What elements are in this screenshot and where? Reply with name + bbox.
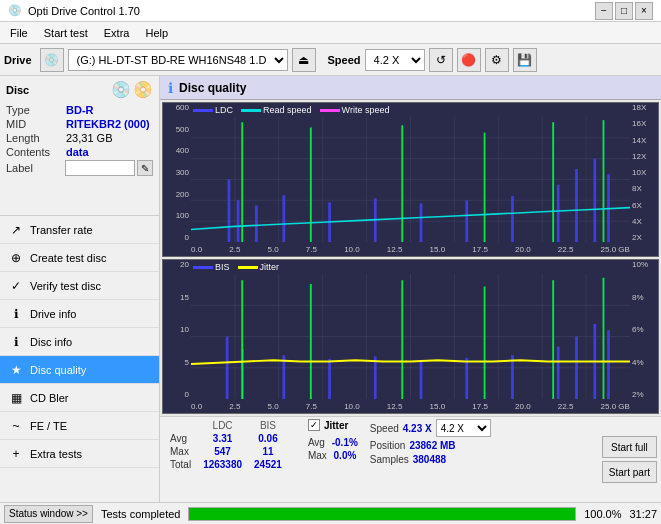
- sidebar-item-verify-test-disc[interactable]: ✓ Verify test disc: [0, 272, 159, 300]
- label-edit-button[interactable]: ✎: [137, 160, 153, 176]
- drive-info-label: Drive info: [30, 308, 76, 320]
- legend-read-speed: Read speed: [241, 105, 312, 115]
- stats-row-avg: Avg 3.31 0.06: [164, 432, 300, 445]
- svg-rect-45: [226, 337, 229, 400]
- start-part-button[interactable]: Start part: [602, 461, 657, 483]
- jitter-row: ✓ Jitter: [308, 419, 358, 431]
- col-bis: BIS: [248, 419, 288, 432]
- menu-extra[interactable]: Extra: [98, 25, 136, 41]
- label-input[interactable]: [65, 160, 135, 176]
- sidebar-item-create-test-disc[interactable]: ⊕ Create test disc: [0, 244, 159, 272]
- sidebar-item-fe-te[interactable]: ~ FE / TE: [0, 412, 159, 440]
- speed-select[interactable]: 4.2 X: [365, 49, 425, 71]
- samples-val: 380488: [413, 454, 446, 465]
- jitter-avg-val: -0.1%: [332, 437, 358, 448]
- total-label: Total: [164, 458, 197, 471]
- burn-button[interactable]: 🔴: [457, 48, 481, 72]
- disc-info-label: Disc info: [30, 336, 72, 348]
- svg-rect-56: [607, 330, 610, 399]
- drive-select[interactable]: (G:) HL-DT-ST BD-RE WH16NS48 1.D3: [68, 49, 288, 71]
- speed-stat-val: 4.23 X: [403, 423, 432, 434]
- speed-dropdown[interactable]: 4.2 X: [436, 419, 491, 437]
- chart1-y-right: 18X 16X 14X 12X 10X 8X 6X 4X 2X: [630, 103, 658, 242]
- chart2-svg: [191, 274, 630, 399]
- extra-tests-label: Extra tests: [30, 448, 82, 460]
- legend-write-speed-color: [320, 109, 340, 112]
- menubar: File Start test Extra Help: [0, 22, 661, 44]
- svg-rect-48: [328, 359, 331, 399]
- fe-te-label: FE / TE: [30, 420, 67, 432]
- legend-read-speed-color: [241, 109, 261, 112]
- jitter-checkbox[interactable]: ✓: [308, 419, 320, 431]
- drive-icon-btn[interactable]: 💿: [40, 48, 64, 72]
- jitter-avg-val-label: Avg: [308, 437, 325, 448]
- menu-help[interactable]: Help: [139, 25, 174, 41]
- settings-button[interactable]: ⚙: [485, 48, 509, 72]
- svg-rect-22: [511, 196, 514, 242]
- fe-te-icon: ~: [8, 418, 24, 434]
- start-full-button[interactable]: Start full: [602, 436, 657, 458]
- nav-items: ↗ Transfer rate ⊕ Create test disc ✓ Ver…: [0, 216, 159, 468]
- sidebar-item-disc-info[interactable]: ℹ Disc info: [0, 328, 159, 356]
- jitter-max-val-label: Max: [308, 450, 327, 461]
- eject-button[interactable]: ⏏: [292, 48, 316, 72]
- app-title: Opti Drive Control 1.70: [28, 5, 140, 17]
- action-buttons: Start full Start part: [602, 419, 657, 500]
- toolbar: Drive 💿 (G:) HL-DT-ST BD-RE WH16NS48 1.D…: [0, 44, 661, 76]
- sidebar-item-drive-info[interactable]: ℹ Drive info: [0, 300, 159, 328]
- svg-rect-21: [465, 200, 468, 242]
- contents-row: Contents data: [6, 146, 153, 158]
- chart-ldc: LDC Read speed Write speed 600 500 400: [162, 102, 659, 257]
- chart1-legend: LDC Read speed Write speed: [193, 105, 389, 115]
- speed-stat-label: Speed: [370, 423, 399, 434]
- jitter-max-val: 0.0%: [334, 450, 357, 461]
- sidebar-item-cd-bler[interactable]: ▦ CD Bler: [0, 384, 159, 412]
- sidebar-item-extra-tests[interactable]: + Extra tests: [0, 440, 159, 468]
- svg-rect-17: [282, 195, 285, 242]
- titlebar-controls[interactable]: − □ ×: [595, 2, 653, 20]
- statusbar: Status window >> Tests completed 100.0% …: [0, 502, 661, 524]
- label-key: Label: [6, 162, 65, 174]
- status-window-button[interactable]: Status window >>: [4, 505, 93, 523]
- length-row: Length 23,31 GB: [6, 132, 153, 144]
- progress-bar-container: [188, 507, 576, 521]
- legend-ldc-label: LDC: [215, 105, 233, 115]
- mid-value: RITEKBR2 (000): [66, 118, 150, 130]
- legend-ldc-color: [193, 109, 213, 112]
- legend-bis-label: BIS: [215, 262, 230, 272]
- avg-bis: 0.06: [248, 432, 288, 445]
- svg-rect-15: [237, 200, 240, 242]
- svg-rect-53: [557, 347, 560, 400]
- disc-info-icon: ℹ: [8, 334, 24, 350]
- close-button[interactable]: ×: [635, 2, 653, 20]
- legend-read-speed-label: Read speed: [263, 105, 312, 115]
- sidebar-item-transfer-rate[interactable]: ↗ Transfer rate: [0, 216, 159, 244]
- disc-quality-icon: ★: [8, 362, 24, 378]
- jitter-avg-row: Avg -0.1%: [308, 437, 358, 448]
- disc-quality-title: Disc quality: [179, 81, 246, 95]
- contents-key: Contents: [6, 146, 66, 158]
- max-bis: 11: [248, 445, 288, 458]
- maximize-button[interactable]: □: [615, 2, 633, 20]
- chart1-y-left: 600 500 400 300 200 100 0: [163, 103, 191, 242]
- total-ldc: 1263380: [197, 458, 248, 471]
- minimize-button[interactable]: −: [595, 2, 613, 20]
- refresh-button[interactable]: ↺: [429, 48, 453, 72]
- menu-file[interactable]: File: [4, 25, 34, 41]
- extra-tests-icon: +: [8, 446, 24, 462]
- disc-panel: Disc 💿 📀 Type BD-R MID RITEKBR2 (000) Le…: [0, 76, 159, 216]
- stats-area: LDC BIS Avg 3.31 0.06 Max 547 11: [160, 416, 661, 502]
- type-key: Type: [6, 104, 66, 116]
- svg-rect-27: [241, 122, 243, 242]
- sidebar-item-disc-quality[interactable]: ★ Disc quality: [0, 356, 159, 384]
- status-text: Tests completed: [101, 508, 180, 520]
- chart2-y-left: 20 15 10 5 0: [163, 260, 191, 399]
- legend-ldc: LDC: [193, 105, 233, 115]
- svg-rect-31: [552, 122, 554, 242]
- dq-header-icon: ℹ: [168, 80, 173, 96]
- speed-stats-section: Speed 4.23 X 4.2 X Position 23862 MB Sam…: [370, 419, 491, 465]
- menu-start-test[interactable]: Start test: [38, 25, 94, 41]
- svg-rect-14: [228, 180, 231, 243]
- save-button[interactable]: 💾: [513, 48, 537, 72]
- position-label: Position: [370, 440, 406, 451]
